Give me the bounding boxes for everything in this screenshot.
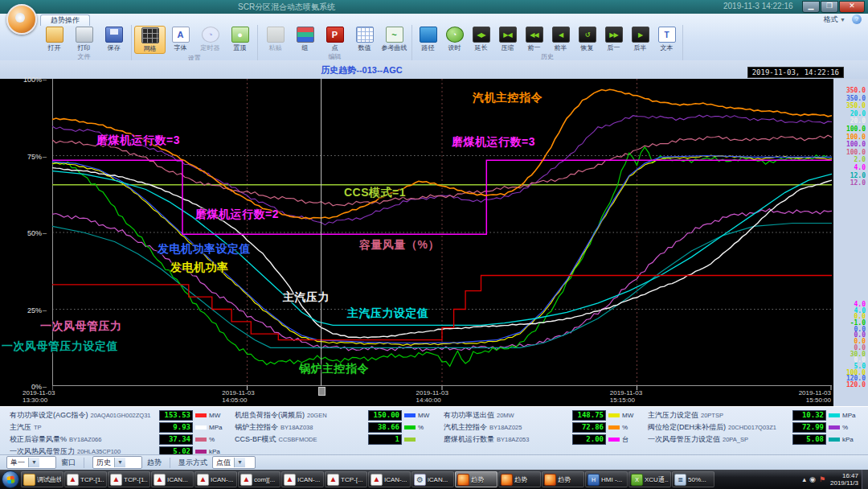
- trend-chart: 100%75%50%25%0% 2019-11-03 13:30:002019-…: [0, 79, 868, 406]
- tray-icon-1[interactable]: ◉: [809, 475, 816, 483]
- tab-trend-operations[interactable]: 趋势操作: [40, 14, 90, 26]
- chart-label: 主汽压力: [283, 290, 330, 305]
- point-tag: 20PA_SP: [723, 436, 748, 443]
- taskbar-item-folder-0[interactable]: 调试曲线: [21, 471, 63, 487]
- trend-plot[interactable]: [52, 79, 832, 394]
- ribbon-button-label: 打印: [78, 43, 91, 52]
- ribbon-button-prevhalf[interactable]: ◀前半: [547, 26, 574, 52]
- scale-value: 120.0: [835, 382, 866, 388]
- restore-button[interactable]: ❐: [821, 1, 838, 13]
- taskbar-item-tri-6[interactable]: ▲ICAN-...: [281, 471, 324, 487]
- trend-label: 趋势: [147, 458, 162, 468]
- trend-icon: [544, 474, 556, 486]
- ribbon-button-extend[interactable]: ◀▶延长: [468, 26, 494, 52]
- panel-row: 机组负荷指令(调频后)20GEN150.00MW: [235, 410, 437, 420]
- taskbar-item-label: 50%...: [688, 476, 706, 483]
- group-icon: [297, 27, 314, 43]
- ribbon-button-timer[interactable]: ◔定时器: [195, 26, 225, 54]
- chart-label: 磨煤机运行数=2: [195, 208, 279, 222]
- taskbar-item-label: TCP-[...: [341, 476, 363, 483]
- taskbar-item-gear-9[interactable]: ⚙iCAN...: [411, 471, 454, 487]
- minimize-button[interactable]: ▁: [802, 1, 820, 13]
- scale-value: 2.0: [835, 156, 866, 164]
- tray-icon-2[interactable]: ⚑: [819, 475, 825, 483]
- taskbar-item-label: ICAN-...: [297, 476, 320, 483]
- tray-clock[interactable]: 16:472019/11/3: [827, 472, 862, 487]
- trend-icon: [457, 474, 469, 486]
- ribbon-button-pin[interactable]: ●置顶: [225, 26, 255, 54]
- point-value: 153.53: [159, 410, 193, 421]
- show-desktop-button[interactable]: [862, 470, 868, 489]
- tray-icon-0[interactable]: ▴: [803, 475, 807, 483]
- ribbon-button-open[interactable]: 打开: [39, 26, 69, 52]
- windows-logo-icon: [6, 475, 14, 483]
- prev1-icon: ◀◀: [526, 27, 543, 43]
- chart-label: 汽机主控指令: [473, 91, 542, 105]
- ribbon-button-nexthalf[interactable]: ▶后半: [627, 26, 653, 52]
- ribbon-button-settime[interactable]: ◔设时: [441, 26, 468, 52]
- chart-label: 发电机功率: [170, 261, 229, 275]
- taskbar-item-tri-4[interactable]: ▲ICAN-...: [194, 471, 237, 487]
- taskbar-item-tri-2[interactable]: ▲TCP-[1...: [108, 471, 150, 487]
- taskbar-item-hmi-13[interactable]: HHMI -...: [585, 471, 628, 487]
- ribbon-button-compress[interactable]: ▶◀压缩: [494, 26, 521, 52]
- point-label: 校正后容量风量%: [10, 435, 67, 443]
- scale-value: 20.0: [835, 117, 866, 125]
- taskbar-item-tri-3[interactable]: ▲ICAN...: [151, 471, 194, 487]
- ribbon-button-group[interactable]: 组: [290, 26, 320, 52]
- ribbon-button-path[interactable]: 路径: [415, 26, 441, 52]
- cursor-handle[interactable]: [318, 387, 326, 396]
- taskbar-item-doc-15[interactable]: ≣50%...: [672, 471, 714, 487]
- window-title: SCR分区混合动态喷氨系统: [238, 2, 335, 13]
- ribbon-button-next1[interactable]: ▶▶后一: [600, 26, 627, 52]
- settime-icon: ◔: [446, 27, 464, 43]
- chart-label: CCS模式=1: [344, 186, 406, 200]
- display-mode-select[interactable]: 点值▼: [212, 456, 256, 469]
- taskbar-item-xcu-14[interactable]: XXCU通...: [628, 471, 671, 487]
- taskbar-item-tri-1[interactable]: ▲TCP-[1...: [64, 471, 107, 487]
- ribbon-button-save[interactable]: 保存: [99, 26, 129, 52]
- app-logo-icon[interactable]: [6, 4, 37, 35]
- point-unit: MW: [622, 412, 641, 419]
- doc-icon: ≣: [674, 474, 686, 486]
- color-swatch: [195, 438, 207, 442]
- close-button[interactable]: ✕: [839, 1, 865, 13]
- ribbon-button-refcurve[interactable]: ~参考曲线: [379, 26, 409, 52]
- taskbar-item-tri-8[interactable]: ▲ICAN-...: [368, 471, 411, 487]
- ribbon-button-text[interactable]: T文本: [653, 26, 680, 52]
- ribbon-button-prev1[interactable]: ◀◀前一: [521, 26, 547, 52]
- point-value: 1: [368, 434, 402, 445]
- panel-column: 机组负荷指令(调频后)20GEN150.00MW锅炉主控指令BY18AZ0383…: [235, 410, 437, 444]
- trend-title: 历史趋势--013--AGC: [0, 64, 723, 76]
- help-icon[interactable]: ?: [852, 14, 862, 24]
- taskbar-item-tri-5[interactable]: ▲com][...: [238, 471, 280, 487]
- panel-row: CCS-BF模式CCSBFMODE1: [235, 434, 437, 444]
- point-unit: MPa: [209, 424, 228, 431]
- ribbon-button-paste[interactable]: 粘贴: [260, 26, 290, 52]
- series-汽机主控指令: [52, 89, 832, 219]
- window-mode-select[interactable]: 单一▼: [6, 456, 56, 469]
- ribbon-button-grid[interactable]: 网格: [134, 26, 166, 54]
- point-tag: BY18AZ025: [489, 424, 522, 431]
- start-button[interactable]: [0, 471, 21, 488]
- point-value: 72.86: [572, 422, 606, 433]
- taskbar-item-label: XCU通...: [645, 475, 669, 484]
- tri-icon: ▲: [67, 474, 79, 486]
- ribbon-button-restore[interactable]: ↺恢复: [574, 26, 600, 52]
- ribbon-button-label: 延长: [475, 43, 488, 52]
- taskbar-item-trend-12[interactable]: 趋势: [542, 471, 584, 487]
- ribbon-button-print[interactable]: 打印: [69, 26, 99, 52]
- history-mode-select[interactable]: 历史▼: [92, 456, 142, 469]
- taskbar-item-trend-10[interactable]: 趋势: [455, 471, 497, 487]
- prevhalf-icon: ◀: [552, 27, 570, 43]
- taskbar-item-label: 调试曲线: [37, 475, 61, 484]
- print-icon: [76, 27, 93, 43]
- taskbar-item-tri-7[interactable]: ▲TCP-[...: [325, 471, 367, 487]
- ribbon-button-font[interactable]: A字体: [166, 26, 195, 54]
- ribbon-button-table[interactable]: 数值: [350, 26, 379, 52]
- display-mode-label: 显示方式: [178, 458, 207, 468]
- format-menu[interactable]: 格式 ▼: [824, 14, 845, 25]
- taskbar-item-trend-11[interactable]: 趋势: [498, 471, 541, 487]
- chart-label: 一次风母管压力: [40, 319, 122, 334]
- ribbon-button-point[interactable]: P点: [320, 26, 350, 52]
